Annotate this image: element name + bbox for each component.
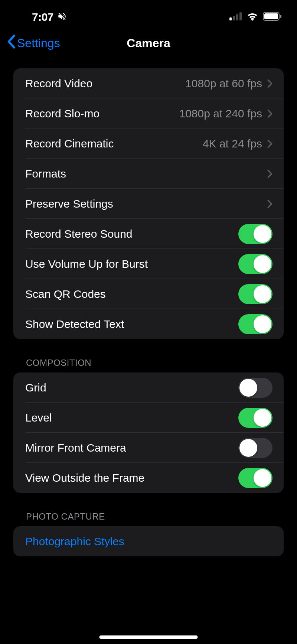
silent-icon bbox=[57, 12, 67, 23]
home-indicator[interactable] bbox=[99, 635, 198, 639]
chevron-right-icon bbox=[267, 139, 272, 148]
wifi-icon bbox=[247, 12, 258, 22]
svg-rect-6 bbox=[280, 15, 281, 18]
row-label: Show Detected Text bbox=[25, 318, 238, 331]
row-formats[interactable]: Formats bbox=[13, 159, 284, 189]
svg-rect-1 bbox=[233, 16, 235, 20]
back-button[interactable]: Settings bbox=[7, 35, 60, 52]
row-detail: 4K at 24 fps bbox=[203, 137, 262, 150]
chevron-left-icon bbox=[7, 35, 16, 52]
group-photo-capture: Photographic Styles bbox=[13, 526, 284, 556]
row-detail: 1080p at 240 fps bbox=[179, 107, 262, 120]
row-label: View Outside the Frame bbox=[25, 472, 238, 484]
chevron-right-icon bbox=[267, 79, 272, 88]
content: Record Video 1080p at 60 fps Record Slo-… bbox=[0, 56, 297, 556]
back-label: Settings bbox=[17, 36, 60, 50]
row-volume-up-burst: Use Volume Up for Burst bbox=[13, 249, 284, 279]
row-record-cinematic[interactable]: Record Cinematic 4K at 24 fps bbox=[13, 129, 284, 159]
group-main: Record Video 1080p at 60 fps Record Slo-… bbox=[13, 68, 284, 339]
row-label: Preserve Settings bbox=[25, 198, 267, 210]
toggle-show-detected-text[interactable] bbox=[238, 314, 272, 334]
row-label: Record Slo-mo bbox=[25, 107, 179, 120]
row-mirror-front-camera: Mirror Front Camera bbox=[13, 433, 284, 463]
chevron-right-icon bbox=[267, 169, 272, 178]
toggle-grid[interactable] bbox=[238, 378, 272, 398]
row-detail: 1080p at 60 fps bbox=[185, 77, 262, 90]
svg-rect-3 bbox=[239, 12, 242, 20]
row-preserve-settings[interactable]: Preserve Settings bbox=[13, 189, 284, 219]
row-show-detected-text: Show Detected Text bbox=[13, 309, 284, 339]
row-record-slomo[interactable]: Record Slo-mo 1080p at 240 fps bbox=[13, 98, 284, 129]
toggle-level[interactable] bbox=[238, 408, 272, 428]
row-label: Level bbox=[25, 412, 238, 424]
chevron-right-icon bbox=[267, 109, 272, 118]
row-label: Formats bbox=[25, 167, 267, 180]
toggle-volume-up-burst[interactable] bbox=[238, 254, 272, 274]
row-label: Use Volume Up for Burst bbox=[25, 258, 238, 270]
svg-rect-2 bbox=[236, 14, 238, 20]
status-left: 7:07 bbox=[32, 11, 67, 23]
svg-rect-0 bbox=[229, 17, 232, 20]
row-scan-qr-codes: Scan QR Codes bbox=[13, 279, 284, 309]
group-header-composition: COMPOSITION bbox=[26, 358, 284, 368]
row-level: Level bbox=[13, 403, 284, 433]
nav-bar: Settings Camera bbox=[0, 30, 297, 56]
toggle-scan-qr-codes[interactable] bbox=[238, 284, 272, 304]
group-composition: Grid Level Mirror Front Camera View Outs… bbox=[13, 373, 284, 493]
toggle-record-stereo-sound[interactable] bbox=[238, 224, 272, 244]
cellular-icon bbox=[229, 12, 242, 22]
row-record-video[interactable]: Record Video 1080p at 60 fps bbox=[13, 68, 284, 98]
battery-icon bbox=[263, 12, 282, 22]
svg-rect-5 bbox=[264, 13, 278, 19]
row-label: Mirror Front Camera bbox=[25, 442, 238, 454]
row-record-stereo-sound: Record Stereo Sound bbox=[13, 219, 284, 249]
row-label: Record Video bbox=[25, 77, 185, 90]
row-grid: Grid bbox=[13, 373, 284, 403]
toggle-mirror-front-camera[interactable] bbox=[238, 438, 272, 458]
row-label: Record Stereo Sound bbox=[25, 228, 238, 240]
status-right bbox=[229, 12, 282, 22]
status-time: 7:07 bbox=[32, 11, 53, 23]
nav-title: Camera bbox=[127, 36, 170, 50]
row-photographic-styles[interactable]: Photographic Styles bbox=[13, 526, 284, 556]
row-label: Record Cinematic bbox=[25, 137, 203, 150]
status-bar: 7:07 bbox=[0, 0, 297, 30]
row-view-outside-frame: View Outside the Frame bbox=[13, 463, 284, 493]
chevron-right-icon bbox=[267, 199, 272, 208]
row-label: Photographic Styles bbox=[25, 535, 272, 548]
row-label: Grid bbox=[25, 381, 238, 394]
toggle-view-outside-frame[interactable] bbox=[238, 468, 272, 488]
row-label: Scan QR Codes bbox=[25, 288, 238, 300]
group-header-photo-capture: PHOTO CAPTURE bbox=[26, 511, 284, 522]
